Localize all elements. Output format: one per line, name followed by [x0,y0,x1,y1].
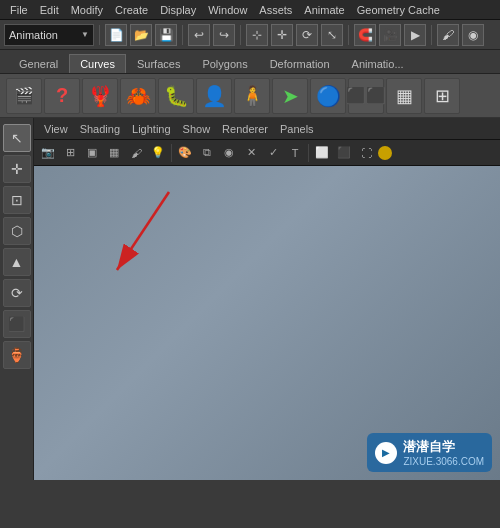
shelf-tab-polygons[interactable]: Polygons [191,54,258,73]
left-tool-0[interactable]: ↖ [3,124,31,152]
shelf-icon-creature3[interactable]: 🐛 [158,78,194,114]
shelf-icon-arrow[interactable]: ➤ [272,78,308,114]
vp-sep-2 [308,144,309,162]
vp-tool-light[interactable]: 💡 [148,143,168,163]
question-icon: ? [56,84,68,107]
vp-tool-x[interactable]: ✕ [241,143,261,163]
vp-tool-grid[interactable]: ⊞ [60,143,80,163]
menu-assets[interactable]: Assets [253,0,298,20]
viewport[interactable]: ▶ 潜潜自学 ZIXUE.3066.COM [34,166,500,480]
vp-menu-show[interactable]: Show [177,118,217,140]
toolbar-undo-icon[interactable]: ↩ [188,24,210,46]
shelf-tab-general[interactable]: General [8,54,69,73]
vp-tool-circle[interactable]: ◉ [219,143,239,163]
toolbar-select-icon[interactable]: ⊹ [246,24,268,46]
dropdown-arrow: ▼ [81,30,89,39]
creature3-icon: 🐛 [164,84,189,108]
menu-animate[interactable]: Animate [298,0,350,20]
toolbar-sep-2 [182,25,183,45]
watermark: ▶ 潜潜自学 ZIXUE.3066.COM [367,433,492,472]
vp-tool-camera[interactable]: 📷 [38,143,58,163]
film-icon: 🎬 [14,86,34,105]
menu-modify[interactable]: Modify [65,0,109,20]
toolbar-sep-1 [99,25,100,45]
shelf-tab-deformation[interactable]: Deformation [259,54,341,73]
shelf-icon-sphere[interactable]: 🔵 [310,78,346,114]
toolbar-new-icon[interactable]: 📄 [105,24,127,46]
shelf-icon-cubes[interactable]: ⬛⬛ [348,78,384,114]
main-area: ↖✛⊡⬡▲⟳⬛🏺 View Shading Lighting Show Rend… [0,118,500,480]
menu-file[interactable]: File [4,0,34,20]
shelf-tab-animation[interactable]: Animatio... [341,54,415,73]
toolbar-snap-icon[interactable]: 🧲 [354,24,376,46]
viewport-tools: 📷 ⊞ ▣ ▦ 🖌 💡 🎨 ⧉ ◉ ✕ ✓ T ⬜ ⬛ ⛶ [34,140,500,166]
dropdown-label: Animation [9,29,58,41]
shelf-icon-grid2[interactable]: ⊞ [424,78,460,114]
shelf-icon-film[interactable]: 🎬 [6,78,42,114]
shelf-icon-grid1[interactable]: ▦ [386,78,422,114]
vp-menu-shading[interactable]: Shading [74,118,126,140]
watermark-site: 潜潜自学 [403,438,484,456]
grid2-icon: ⊞ [435,85,450,107]
toolbar-save-icon[interactable]: 💾 [155,24,177,46]
vp-tool-smooth[interactable]: ▦ [104,143,124,163]
vp-tool-yellow[interactable] [378,146,392,160]
shelf-icon-figure[interactable]: 👤 [196,78,232,114]
vp-tool-texture[interactable]: 🎨 [175,143,195,163]
toolbar-move-icon[interactable]: ✛ [271,24,293,46]
vp-tool-check[interactable]: ✓ [263,143,283,163]
left-tool-5[interactable]: ⟳ [3,279,31,307]
viewport-menu: View Shading Lighting Show Renderer Pane… [34,118,500,140]
left-tool-3[interactable]: ⬡ [3,217,31,245]
vp-tool-uvs[interactable]: ⧉ [197,143,217,163]
vp-tool-checker[interactable]: ⛶ [356,143,376,163]
watermark-text: 潜潜自学 ZIXUE.3066.COM [403,438,484,467]
vp-sep-1 [171,144,172,162]
figure2-icon: 🧍 [240,84,265,108]
shelf-tab-surfaces[interactable]: Surfaces [126,54,191,73]
left-tool-4[interactable]: ▲ [3,248,31,276]
vp-tool-text[interactable]: T [285,143,305,163]
shelf-icon-question[interactable]: ? [44,78,80,114]
sphere-icon: 🔵 [316,84,341,108]
arrow-icon: ➤ [282,84,299,108]
shelf-icon-creature2[interactable]: 🦀 [120,78,156,114]
menu-display[interactable]: Display [154,0,202,20]
menu-edit[interactable]: Edit [34,0,65,20]
toolbar-redo-icon[interactable]: ↪ [213,24,235,46]
vp-menu-renderer[interactable]: Renderer [216,118,274,140]
vp-tool-paint[interactable]: 🖌 [126,143,146,163]
left-tool-7[interactable]: 🏺 [3,341,31,369]
creature1-icon: 🦞 [88,84,113,108]
toolbar-sep-3 [240,25,241,45]
toolbar-rotate-icon[interactable]: ⟳ [296,24,318,46]
shelf-icons: 🎬 ? 🦞 🦀 🐛 👤 🧍 ➤ 🔵 ⬛⬛ ▦ ⊞ [0,74,500,118]
vp-menu-view[interactable]: View [38,118,74,140]
left-tool-6[interactable]: ⬛ [3,310,31,338]
vp-menu-panels[interactable]: Panels [274,118,320,140]
left-tool-1[interactable]: ✛ [3,155,31,183]
vp-menu-lighting[interactable]: Lighting [126,118,177,140]
toolbar-scale-icon[interactable]: ⤡ [321,24,343,46]
shelf-tabs: General Curves Surfaces Polygons Deforma… [0,50,500,74]
vp-tool-solid[interactable]: ⬛ [334,143,354,163]
toolbar-ipr-icon[interactable]: ▶ [404,24,426,46]
shelf-icon-creature1[interactable]: 🦞 [82,78,118,114]
animation-dropdown[interactable]: Animation ▼ [4,24,94,46]
vp-tool-box[interactable]: ⬜ [312,143,332,163]
creature2-icon: 🦀 [126,84,151,108]
menu-geocache[interactable]: Geometry Cache [351,0,446,20]
toolbar-silhouette-icon[interactable]: ◉ [462,24,484,46]
shelf-icon-figure2[interactable]: 🧍 [234,78,270,114]
toolbar-sep-4 [348,25,349,45]
toolbar-row1: Animation ▼ 📄 📂 💾 ↩ ↪ ⊹ ✛ ⟳ ⤡ 🧲 🎥 ▶ 🖌 ◉ [0,20,500,50]
left-tool-2[interactable]: ⊡ [3,186,31,214]
menu-create[interactable]: Create [109,0,154,20]
toolbar-sep-5 [431,25,432,45]
toolbar-render-icon[interactable]: 🎥 [379,24,401,46]
toolbar-open-icon[interactable]: 📂 [130,24,152,46]
vp-tool-wireframe[interactable]: ▣ [82,143,102,163]
shelf-tab-curves[interactable]: Curves [69,54,126,73]
toolbar-paint-icon[interactable]: 🖌 [437,24,459,46]
menu-window[interactable]: Window [202,0,253,20]
